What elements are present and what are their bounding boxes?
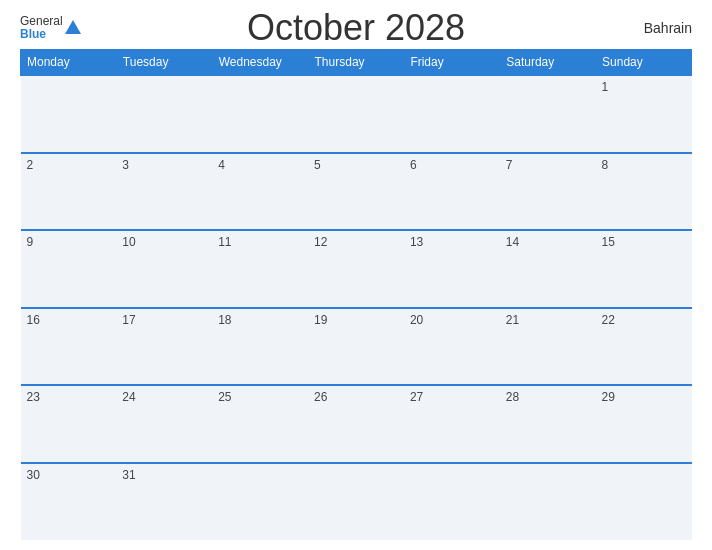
calendar-day-cell: 9 xyxy=(21,230,117,307)
calendar-day-cell: 17 xyxy=(116,308,212,385)
day-number: 25 xyxy=(218,390,231,404)
calendar-day-cell: 4 xyxy=(212,153,308,230)
logo-text: General Blue xyxy=(20,15,63,41)
day-number: 26 xyxy=(314,390,327,404)
col-friday: Friday xyxy=(404,50,500,76)
calendar-day-cell xyxy=(212,463,308,540)
day-number: 16 xyxy=(27,313,40,327)
calendar-day-cell: 8 xyxy=(596,153,692,230)
day-number: 28 xyxy=(506,390,519,404)
col-thursday: Thursday xyxy=(308,50,404,76)
calendar-day-cell: 20 xyxy=(404,308,500,385)
day-number: 24 xyxy=(122,390,135,404)
calendar-day-cell: 16 xyxy=(21,308,117,385)
day-number: 23 xyxy=(27,390,40,404)
day-number: 8 xyxy=(602,158,609,172)
calendar-day-cell xyxy=(212,75,308,152)
calendar-day-cell: 14 xyxy=(500,230,596,307)
day-number: 10 xyxy=(122,235,135,249)
day-number: 5 xyxy=(314,158,321,172)
calendar-day-cell: 21 xyxy=(500,308,596,385)
calendar-header-row: Monday Tuesday Wednesday Thursday Friday… xyxy=(21,50,692,76)
calendar-week-row: 2345678 xyxy=(21,153,692,230)
calendar-day-cell: 6 xyxy=(404,153,500,230)
col-monday: Monday xyxy=(21,50,117,76)
day-number: 9 xyxy=(27,235,34,249)
calendar-day-cell: 18 xyxy=(212,308,308,385)
day-number: 31 xyxy=(122,468,135,482)
calendar-day-cell xyxy=(500,463,596,540)
col-wednesday: Wednesday xyxy=(212,50,308,76)
calendar-day-cell: 24 xyxy=(116,385,212,462)
day-number: 12 xyxy=(314,235,327,249)
calendar-day-cell: 7 xyxy=(500,153,596,230)
calendar-page: General Blue October 2028 Bahrain Monday… xyxy=(0,0,712,550)
day-number: 17 xyxy=(122,313,135,327)
calendar-day-cell xyxy=(404,463,500,540)
logo: General Blue xyxy=(20,15,81,41)
day-number: 14 xyxy=(506,235,519,249)
calendar-day-cell: 23 xyxy=(21,385,117,462)
calendar-day-cell xyxy=(308,75,404,152)
calendar-day-cell xyxy=(21,75,117,152)
calendar-day-cell: 22 xyxy=(596,308,692,385)
calendar-day-cell: 30 xyxy=(21,463,117,540)
calendar-day-cell: 29 xyxy=(596,385,692,462)
day-number: 30 xyxy=(27,468,40,482)
day-number: 29 xyxy=(602,390,615,404)
day-number: 21 xyxy=(506,313,519,327)
calendar-day-cell: 10 xyxy=(116,230,212,307)
calendar-day-cell: 12 xyxy=(308,230,404,307)
day-number: 18 xyxy=(218,313,231,327)
calendar-title: October 2028 xyxy=(247,7,465,49)
calendar-day-cell: 25 xyxy=(212,385,308,462)
calendar-table: Monday Tuesday Wednesday Thursday Friday… xyxy=(20,49,692,540)
calendar-day-cell: 28 xyxy=(500,385,596,462)
day-number: 20 xyxy=(410,313,423,327)
day-number: 22 xyxy=(602,313,615,327)
calendar-day-cell: 27 xyxy=(404,385,500,462)
calendar-day-cell xyxy=(116,75,212,152)
col-tuesday: Tuesday xyxy=(116,50,212,76)
calendar-day-cell: 1 xyxy=(596,75,692,152)
day-number: 7 xyxy=(506,158,513,172)
calendar-day-cell: 13 xyxy=(404,230,500,307)
calendar-day-cell: 31 xyxy=(116,463,212,540)
day-number: 13 xyxy=(410,235,423,249)
day-number: 19 xyxy=(314,313,327,327)
logo-blue-text: Blue xyxy=(20,28,63,41)
calendar-week-row: 16171819202122 xyxy=(21,308,692,385)
calendar-day-cell xyxy=(308,463,404,540)
calendar-day-cell: 5 xyxy=(308,153,404,230)
calendar-day-cell: 19 xyxy=(308,308,404,385)
day-number: 3 xyxy=(122,158,129,172)
calendar-day-cell: 15 xyxy=(596,230,692,307)
day-number: 11 xyxy=(218,235,231,249)
calendar-day-cell xyxy=(596,463,692,540)
col-saturday: Saturday xyxy=(500,50,596,76)
day-number: 27 xyxy=(410,390,423,404)
calendar-day-cell xyxy=(404,75,500,152)
calendar-day-cell xyxy=(500,75,596,152)
calendar-body: 1234567891011121314151617181920212223242… xyxy=(21,75,692,540)
calendar-day-cell: 2 xyxy=(21,153,117,230)
calendar-week-row: 1 xyxy=(21,75,692,152)
calendar-day-cell: 26 xyxy=(308,385,404,462)
country-label: Bahrain xyxy=(644,20,692,36)
day-number: 2 xyxy=(27,158,34,172)
day-number: 1 xyxy=(602,80,609,94)
calendar-day-cell: 3 xyxy=(116,153,212,230)
calendar-week-row: 9101112131415 xyxy=(21,230,692,307)
day-number: 6 xyxy=(410,158,417,172)
logo-triangle-icon xyxy=(65,20,81,34)
day-number: 4 xyxy=(218,158,225,172)
calendar-day-cell: 11 xyxy=(212,230,308,307)
calendar-header: General Blue October 2028 Bahrain xyxy=(20,15,692,41)
calendar-week-row: 23242526272829 xyxy=(21,385,692,462)
calendar-week-row: 3031 xyxy=(21,463,692,540)
col-sunday: Sunday xyxy=(596,50,692,76)
day-number: 15 xyxy=(602,235,615,249)
